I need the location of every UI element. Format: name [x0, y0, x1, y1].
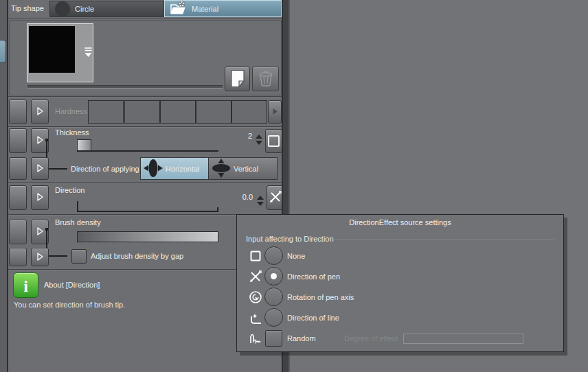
tab-material-label: Material [192, 5, 218, 13]
tabbar-separator [8, 18, 282, 19]
direction-of-applying-expand-button[interactable] [31, 157, 49, 180]
arrow-right-icon [272, 108, 278, 117]
toggle-horizontal-label: Horizontal [166, 165, 200, 173]
adjust-density-indicator-button[interactable] [9, 248, 27, 266]
direction-slider-track[interactable] [77, 211, 218, 212]
pen-direction-icon [247, 268, 264, 285]
direction-of-applying-indicator-button[interactable] [9, 157, 27, 180]
tree-line [46, 168, 67, 170]
hardness-preset-3[interactable] [160, 100, 196, 124]
adjust-density-checkbox[interactable] [71, 249, 87, 264]
input-affecting-group-label: Input affecting to Direction [246, 235, 334, 243]
triangle-right-icon [36, 163, 44, 174]
direction-stepper[interactable] [257, 196, 264, 206]
popup-title: DirectionEffect source settings [237, 218, 563, 226]
direction-expand-button[interactable] [31, 185, 49, 210]
thickness-value: 2 [231, 132, 252, 140]
random-icon [247, 330, 264, 347]
squeeze-horizontal-icon [142, 158, 164, 180]
direction-of-line-radio[interactable] [264, 308, 283, 327]
spin-up-icon[interactable] [257, 196, 264, 200]
option-rotation-of-pen-axis: Rotation of pen axis [237, 287, 565, 307]
row-separator [8, 126, 282, 127]
brush-density-label: Brush density [55, 218, 101, 226]
degree-of-effect-label: Degree of effect [344, 328, 398, 349]
about-description: You can set direction of brush tip. [14, 301, 125, 309]
new-page-icon [229, 69, 246, 89]
spin-down-icon[interactable] [257, 202, 264, 206]
direction-label: Direction [55, 186, 84, 194]
option-direction-of-pen-label: Direction of pen [287, 266, 340, 287]
thickness-source-button[interactable] [265, 129, 282, 153]
adjust-density-expand-button[interactable] [31, 248, 49, 266]
row-separator [8, 96, 282, 97]
hardness-label: Hardness [55, 107, 87, 115]
panel-collapse-handle[interactable] [0, 40, 6, 63]
material-folder-icon [170, 1, 187, 16]
hardness-preset-2[interactable] [124, 100, 160, 124]
option-rotation-of-pen-axis-label: Rotation of pen axis [287, 287, 354, 307]
circle-icon [55, 1, 70, 16]
thickness-slider-handle[interactable] [77, 139, 91, 151]
brush-density-slider[interactable] [77, 231, 218, 242]
toggle-horizontal[interactable]: Horizontal [140, 157, 209, 180]
direction-indicator-button[interactable] [9, 185, 27, 210]
row-separator [8, 182, 282, 183]
triangle-right-icon [36, 106, 44, 117]
tree-line [46, 255, 67, 257]
triangle-right-icon [36, 192, 44, 203]
tab-circle-label: Circle [75, 5, 94, 13]
tip-shape-label: Tip shape [11, 4, 44, 12]
square-outline-icon [268, 135, 280, 147]
triangle-right-icon [36, 252, 44, 263]
none-icon [247, 248, 264, 264]
pen-axis-rotation-icon [247, 289, 264, 305]
brush-density-indicator-button[interactable] [9, 220, 27, 244]
hardness-preset-1[interactable] [88, 100, 124, 124]
rotation-of-pen-axis-radio[interactable] [264, 288, 283, 306]
adjust-density-label: Adjust brush density by gap [91, 252, 183, 260]
toggle-vertical-label: Vertical [234, 165, 258, 173]
toggle-vertical[interactable]: Vertical [208, 157, 278, 180]
thickness-slider-track[interactable] [77, 150, 218, 152]
hardness-preset-4[interactable] [196, 100, 231, 124]
hardness-expand-button[interactable] [31, 100, 49, 124]
trash-icon [258, 69, 274, 89]
degree-of-effect-slider [403, 334, 523, 344]
tab-material[interactable]: Material [164, 0, 282, 17]
spin-up-icon[interactable] [256, 135, 262, 139]
group-divider [332, 240, 554, 240]
option-direction-of-pen: Direction of pen [237, 266, 565, 287]
sub-tool-detail-window: Tip shape Circle [0, 0, 588, 372]
hardness-scroll-right-button[interactable] [268, 100, 282, 124]
thumbnail-menu-icon[interactable] [84, 47, 93, 59]
option-none: None [237, 246, 565, 266]
pen-direction-icon [269, 190, 282, 205]
tab-circle[interactable]: Circle [49, 1, 164, 17]
about-title: About [Direction] [44, 281, 100, 289]
option-direction-of-line-label: Direction of line [287, 307, 339, 328]
option-direction-of-line: Direction of line [237, 307, 565, 328]
direction-of-pen-radio[interactable] [264, 267, 283, 286]
thickness-stepper[interactable] [256, 135, 262, 145]
spin-down-icon[interactable] [256, 141, 262, 145]
direction-effect-popup: DirectionEffect source settings Input af… [236, 214, 564, 352]
option-random-label: Random [287, 328, 316, 349]
add-material-button[interactable] [225, 67, 250, 91]
delete-material-button[interactable] [252, 67, 279, 91]
info-icon: i [13, 272, 38, 298]
direction-slider-end-tick [217, 207, 218, 211]
random-checkbox[interactable] [265, 330, 282, 347]
option-none-label: None [287, 246, 305, 266]
none-radio[interactable] [264, 246, 283, 265]
material-thumbnail-selected[interactable] [27, 23, 93, 82]
hardness-indicator-button[interactable] [9, 100, 27, 124]
squeeze-vertical-icon [210, 158, 232, 180]
triangle-right-icon [36, 135, 44, 146]
hardness-preset-5[interactable] [231, 100, 267, 124]
thumbnail-size-slider[interactable] [27, 85, 223, 89]
option-random: Random Degree of effect [237, 328, 565, 349]
direction-value: 0.0 [229, 193, 253, 201]
brush-tip-thumbnail [29, 26, 75, 73]
thickness-indicator-button[interactable] [9, 128, 27, 153]
